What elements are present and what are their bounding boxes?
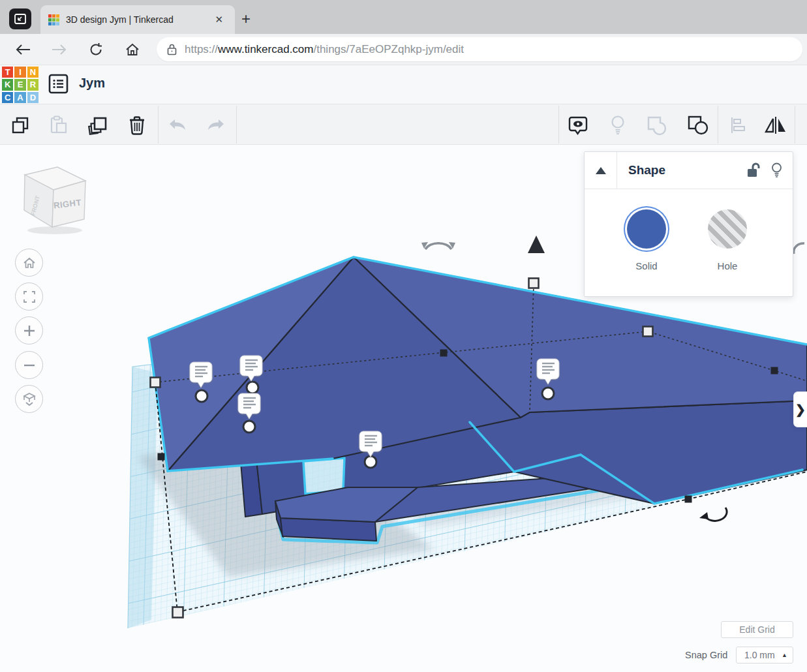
lightbulb-icon[interactable] xyxy=(771,162,782,178)
tinkercad-header xyxy=(0,65,807,104)
group-button[interactable] xyxy=(644,112,670,138)
toolbar-divider xyxy=(158,106,159,144)
delete-icon xyxy=(128,115,146,136)
duplicate-icon xyxy=(87,115,108,136)
duplicate-button[interactable] xyxy=(85,112,111,138)
forward-button[interactable] xyxy=(48,38,70,61)
shape-inspector-panel: Shape Solid Hole xyxy=(584,151,793,297)
copy-icon xyxy=(10,115,30,135)
redo-icon xyxy=(206,117,226,133)
zoom-in-button[interactable] xyxy=(15,316,43,344)
mirror-button[interactable] xyxy=(763,112,789,138)
refresh-button[interactable] xyxy=(85,38,107,61)
back-button[interactable] xyxy=(12,38,34,61)
ungroup-icon xyxy=(687,115,709,136)
tinkercad-logo[interactable]: T I N K E R C A D xyxy=(2,67,38,103)
zoom-out-button[interactable] xyxy=(15,351,43,379)
home-view-icon xyxy=(23,257,36,269)
dropdown-arrow-icon: ▲ xyxy=(782,652,787,658)
toggle-notes-button[interactable] xyxy=(565,112,591,138)
snap-grid-label: Snap Grid xyxy=(685,650,727,660)
tab-actions-icon xyxy=(14,13,27,25)
address-bar[interactable]: https://www.tinkercad.com/things/7aEeOPZ… xyxy=(157,37,802,61)
unlock-icon[interactable] xyxy=(746,162,761,178)
hole-option[interactable]: Hole xyxy=(688,209,767,271)
side-panel-toggle[interactable]: ❯ xyxy=(793,391,807,427)
copy-button[interactable] xyxy=(7,112,33,138)
design-title: Jym xyxy=(79,76,105,91)
perspective-toggle-button[interactable] xyxy=(15,385,43,413)
zoom-in-icon xyxy=(23,324,36,337)
ungroup-button[interactable] xyxy=(685,112,711,138)
perspective-icon xyxy=(22,392,37,406)
paste-icon xyxy=(49,115,67,135)
shape-panel-header: Shape xyxy=(585,152,793,189)
view-home-button[interactable] xyxy=(15,249,43,277)
hole-label: Hole xyxy=(688,260,767,271)
rotate-handle[interactable] xyxy=(421,242,455,249)
toolbar-divider xyxy=(558,106,559,144)
paste-button[interactable] xyxy=(45,112,71,138)
solid-option[interactable]: Solid xyxy=(607,209,686,271)
undo-icon xyxy=(167,117,188,133)
hide-selected-icon xyxy=(609,115,626,136)
hole-swatch xyxy=(708,209,747,249)
align-button[interactable] xyxy=(725,112,751,138)
solid-label: Solid xyxy=(607,260,686,271)
undo-button[interactable] xyxy=(164,112,190,138)
delete-button[interactable] xyxy=(124,112,150,138)
hide-selected-button[interactable] xyxy=(605,112,631,138)
view-cube[interactable]: RIGHT FRONT xyxy=(24,167,85,234)
align-icon xyxy=(729,116,747,134)
collapse-panel-button[interactable] xyxy=(585,152,617,189)
edit-grid-button[interactable]: Edit Grid xyxy=(721,621,793,638)
toggle-notes-icon xyxy=(568,115,588,136)
mirror-icon xyxy=(764,115,787,135)
url-text: https://www.tinkercad.com/things/7aEeOPZ… xyxy=(185,43,464,56)
raise-handle[interactable] xyxy=(528,236,545,253)
rotate-handle[interactable] xyxy=(699,508,727,521)
solid-swatch xyxy=(627,209,666,249)
lock-icon xyxy=(167,44,177,55)
design-menu-button[interactable] xyxy=(48,74,69,94)
group-icon xyxy=(646,115,668,136)
toolbar-divider xyxy=(795,106,795,144)
redo-button[interactable] xyxy=(203,112,229,138)
browser-tab[interactable]: 3D design Jym | Tinkercad ✕ xyxy=(40,5,235,34)
toolbar-divider xyxy=(718,106,718,144)
tab-actions-button[interactable] xyxy=(9,8,31,29)
snap-grid-select[interactable]: 1.0 mm ▲ xyxy=(736,647,793,664)
tab-title: 3D design Jym | Tinkercad xyxy=(66,14,211,25)
home-button[interactable] xyxy=(121,38,144,61)
snap-grid-value: 1.0 mm xyxy=(744,650,775,660)
rotate-handle[interactable] xyxy=(794,243,804,254)
tinkercad-favicon-icon xyxy=(48,14,59,25)
toolbar-divider xyxy=(236,106,237,144)
shape-panel-title: Shape xyxy=(628,163,746,177)
collapse-arrow-icon xyxy=(596,167,606,174)
fit-view-button[interactable] xyxy=(15,283,43,311)
fit-view-icon xyxy=(23,290,36,303)
new-tab-button[interactable]: + xyxy=(241,11,251,27)
tab-close-icon[interactable]: ✕ xyxy=(211,12,227,27)
design-menu-icon xyxy=(48,74,69,94)
zoom-out-icon xyxy=(23,359,36,372)
